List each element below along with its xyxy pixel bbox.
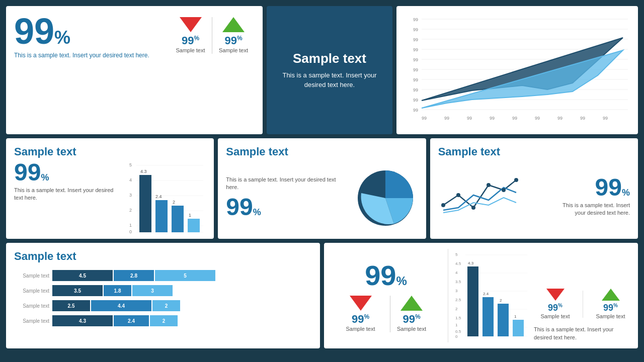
svg-text:5: 5 <box>455 252 458 257</box>
r2c3-desc: This is a sample text. Insert your desir… <box>559 202 630 217</box>
card-line-chart: 99 99 99 99 99 99 99 99 99 99 <box>396 6 638 134</box>
svg-rect-49 <box>188 219 200 232</box>
svg-rect-43 <box>139 175 151 232</box>
row3: Sample text Sample text 4.5 2.8 5 Sample… <box>6 243 638 348</box>
svg-text:4: 4 <box>129 177 132 183</box>
bar-seg-1-1: 4.5 <box>52 270 113 281</box>
r3-arrows: 99% Sample text 99% Sample text <box>339 296 433 332</box>
r2c1-title: Sample text <box>14 145 206 158</box>
r2c1-chart: 5 4 3 2 1 0 <box>125 160 206 236</box>
svg-rect-47 <box>172 206 184 232</box>
svg-text:2.4: 2.4 <box>483 292 489 296</box>
r2c1-desc: This is a sample text. Insert your desir… <box>14 187 121 202</box>
svg-text:5: 5 <box>129 162 132 167</box>
arrow1-value: 99 <box>182 34 194 47</box>
r3-arrow1-label: Sample text <box>346 326 375 332</box>
r2c3-sign: % <box>622 188 630 198</box>
bar-row-2: Sample text 3.5 1.8 3 <box>14 285 312 296</box>
svg-point-56 <box>502 188 506 192</box>
r2c2-pct: 99 <box>226 195 253 219</box>
svg-text:99: 99 <box>603 116 608 121</box>
row1: 99 % This is a sample text. Insert your … <box>6 6 638 134</box>
svg-text:99: 99 <box>413 98 418 103</box>
svg-text:4: 4 <box>455 270 458 275</box>
svg-text:2.5: 2.5 <box>455 298 461 302</box>
svg-text:2: 2 <box>455 307 458 311</box>
bar-row-1: Sample text 4.5 2.8 5 <box>14 270 312 281</box>
svg-text:0: 0 <box>455 334 458 338</box>
svg-text:2: 2 <box>500 298 502 303</box>
r3c2-right: 5 4.5 4 3.5 3 2.5 2 1.5 1 0.5 0 <box>448 243 638 348</box>
svg-point-55 <box>487 183 491 187</box>
bar-rows: Sample text 4.5 2.8 5 Sample text 3.5 1.… <box>14 270 312 330</box>
bar-row-4: Sample text 4.3 2.4 2 <box>14 315 312 326</box>
bar-row-3-bars: 2.5 4.4 2 <box>52 300 180 311</box>
r3-arrow-up-block: 99% Sample text <box>390 296 433 332</box>
svg-text:4.3: 4.3 <box>140 169 147 174</box>
svg-point-54 <box>471 206 475 210</box>
r3-bar-svg: 5 4.5 4 3.5 3 2.5 2 1.5 1 0.5 0 <box>454 250 530 338</box>
bar-row-2-bars: 3.5 1.8 3 <box>52 285 173 296</box>
card-dark-text: Sample text This is a sample text. Inser… <box>267 6 392 134</box>
r3-arrow-down-icon <box>350 296 372 311</box>
row2: Sample text 99 % This is a sample text. … <box>6 138 638 239</box>
r2c3-pct: 99 <box>595 175 622 200</box>
card1-desc: This is a sample text. Insert your desir… <box>14 51 169 60</box>
svg-text:99: 99 <box>557 116 562 121</box>
card-big-pct: 99 % This is a sample text. Insert your … <box>6 6 263 134</box>
svg-point-52 <box>441 203 445 207</box>
svg-text:3: 3 <box>455 289 458 293</box>
arrow2-value: 99 <box>224 34 236 47</box>
r3r-arrow-down-icon <box>546 289 565 301</box>
svg-rect-81 <box>513 320 524 336</box>
card-r2-bar: Sample text 99 % This is a sample text. … <box>6 138 214 239</box>
svg-rect-77 <box>482 297 494 336</box>
card2-title: Sample text <box>275 51 384 66</box>
svg-text:2: 2 <box>129 208 132 213</box>
r3-arrow2-label: Sample text <box>397 326 426 332</box>
svg-text:0.5: 0.5 <box>455 329 461 334</box>
r3-right-info: 99% Sample text 99% Sample text This is … <box>534 250 632 341</box>
r2c1-sign: % <box>41 172 49 183</box>
svg-text:99: 99 <box>413 87 418 93</box>
bar-seg-3-3: 2 <box>152 300 180 311</box>
bar-seg-4-3: 2 <box>150 315 178 326</box>
svg-text:99: 99 <box>413 17 418 22</box>
bar-seg-1-2: 2.8 <box>114 270 154 281</box>
svg-text:99: 99 <box>467 116 472 121</box>
r3-bar-chart: 5 4.5 4 3.5 3 2.5 2 1.5 1 0.5 0 <box>454 250 530 341</box>
r3-arrow2-val: 99 <box>403 313 415 325</box>
r2c3-title: Sample text <box>438 145 630 158</box>
r3c1-title: Sample text <box>14 250 312 263</box>
line-chart-svg: 99 99 99 99 99 99 99 99 99 99 <box>401 10 633 126</box>
arrow-down-icon <box>180 17 202 32</box>
card-r2-pie: Sample text This is a sample text. Inser… <box>218 138 426 239</box>
bar-row-3: Sample text 2.5 4.4 2 <box>14 300 312 311</box>
r2c2-title: Sample text <box>226 145 418 158</box>
small-line-chart-svg <box>438 165 519 225</box>
svg-rect-79 <box>498 304 509 336</box>
r3-arrow-down-block: 99% Sample text <box>339 296 382 332</box>
pie-chart-area <box>353 160 418 233</box>
r2c2-desc: This is a sample text. Insert your desir… <box>226 176 348 192</box>
bar-row-4-label: Sample text <box>14 318 49 324</box>
svg-text:99: 99 <box>413 77 418 82</box>
bar-seg-3-1: 2.5 <box>52 300 90 311</box>
svg-rect-75 <box>467 266 478 336</box>
svg-text:99: 99 <box>413 27 418 32</box>
svg-text:99: 99 <box>413 37 418 42</box>
svg-text:2.4: 2.4 <box>155 194 162 199</box>
bar-seg-4-2: 2.4 <box>114 315 149 326</box>
r3r-arrow-up-icon <box>602 289 620 301</box>
svg-text:2: 2 <box>173 200 175 205</box>
svg-text:99: 99 <box>580 116 585 121</box>
card1-right: 99% Sample text 99% Sample text <box>169 13 255 54</box>
r3c2-left: 99 % 99% Sample text 99% Sample text <box>324 243 448 348</box>
svg-text:99: 99 <box>413 57 418 62</box>
arrow1-label: Sample text <box>176 47 205 54</box>
r3-right-arrow-up: 99% Sample text <box>589 289 632 320</box>
bar-row-2-label: Sample text <box>14 288 49 294</box>
r3-arrow1-sign: % <box>364 313 369 320</box>
bar-row-1-bars: 4.5 2.8 5 <box>52 270 215 281</box>
r3-big-sign: % <box>396 274 407 288</box>
